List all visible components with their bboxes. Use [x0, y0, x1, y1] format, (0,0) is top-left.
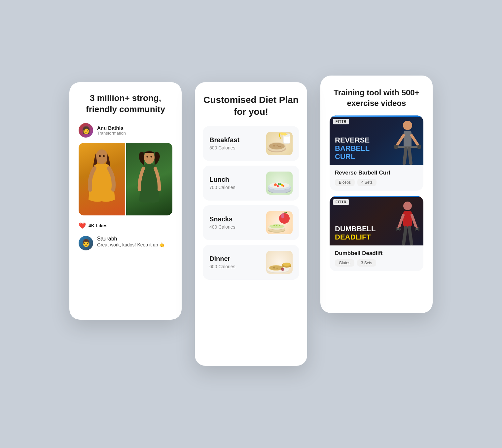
- snacks-image: [266, 211, 293, 234]
- svg-point-40: [281, 268, 284, 271]
- user1-avatar-icon: 👩: [82, 126, 90, 135]
- diet-title: Customised Diet Plan for you!: [203, 94, 299, 118]
- svg-line-52: [398, 215, 403, 229]
- community-title: 3 million+ strong, friendly community: [79, 93, 172, 115]
- svg-point-12: [276, 144, 278, 145]
- lunch-image: [266, 172, 293, 195]
- dinner-calories: 600 Calories: [209, 264, 235, 269]
- user2-comment-block: Saurabh Great work, kudos! Keep it up 🤙: [97, 236, 165, 248]
- muscle-tag-1: Biceps: [335, 179, 355, 186]
- lunch-info: Lunch 700 Calories: [209, 176, 235, 190]
- user1-row: 👩 Anu Bathla Transformation: [79, 123, 172, 138]
- svg-point-22: [282, 185, 284, 187]
- breakfast-info: Breakfast 500 Calories: [209, 136, 239, 150]
- svg-line-61: [409, 227, 412, 244]
- svg-rect-55: [396, 227, 397, 231]
- user2-avatar-icon: 👨: [82, 239, 90, 247]
- main-scene: 3 million+ strong, friendly community 👩 …: [69, 43, 433, 405]
- svg-point-18: [278, 183, 280, 185]
- svg-rect-59: [418, 227, 419, 231]
- lunch-card[interactable]: Lunch 700 Calories: [203, 166, 299, 201]
- before-silhouette: [85, 147, 118, 213]
- person-figure-2: [394, 199, 421, 245]
- svg-point-24: [281, 213, 284, 218]
- sets-tag-1: 4 Sets: [357, 179, 377, 186]
- likes-row: ❤️ 4K Likes: [79, 222, 172, 229]
- exercise-name-2: Dumbbell Deadlift: [335, 250, 418, 257]
- breakfast-image: [266, 132, 293, 155]
- user2-name: Saurabh: [97, 236, 165, 242]
- after-silhouette: [133, 147, 166, 213]
- snacks-calories: 400 Calories: [209, 224, 235, 230]
- svg-rect-46: [394, 145, 398, 149]
- lunch-calories: 700 Calories: [209, 185, 235, 190]
- breakfast-card[interactable]: Breakfast 500 Calories: [203, 126, 299, 161]
- training-card: Training tool with 500+ exercise videos …: [320, 76, 433, 313]
- svg-point-0: [96, 149, 108, 164]
- lunch-food-icon: [266, 172, 293, 195]
- exercise-tags-1: Biceps 4 Sets: [335, 179, 418, 186]
- user1-name: Anu Bathla: [97, 125, 126, 131]
- exercise-tags-2: Glutes 3 Sets: [335, 259, 418, 267]
- user2-avatar: 👨: [79, 236, 93, 250]
- svg-point-4: [146, 156, 148, 157]
- dinner-image: [266, 251, 293, 274]
- svg-point-11: [273, 145, 275, 146]
- svg-rect-45: [394, 146, 421, 148]
- dinner-info: Dinner 600 Calories: [209, 255, 235, 269]
- user2-comment: Great work, kudos! Keep it up 🤙: [97, 242, 165, 248]
- sets-tag-2: 3 Sets: [357, 259, 376, 267]
- svg-line-49: [409, 149, 411, 163]
- dinner-food-icon: [266, 251, 293, 274]
- svg-point-2: [103, 155, 105, 157]
- exercise-video-1: FITTR REVERSE BARBELL CURL: [330, 115, 423, 165]
- svg-line-48: [404, 149, 406, 163]
- dinner-name: Dinner: [209, 255, 235, 263]
- exercise-card-1[interactable]: FITTR REVERSE BARBELL CURL: [330, 115, 423, 191]
- svg-point-21: [280, 183, 282, 185]
- snacks-card[interactable]: Snacks 400 Calories: [203, 205, 299, 240]
- comment-row: 👨 Saurabh Great work, kudos! Keep it up …: [79, 236, 172, 250]
- svg-point-39: [283, 263, 291, 266]
- svg-rect-56: [399, 227, 400, 231]
- exercise-name-1: Reverse Barbell Curl: [335, 170, 418, 176]
- snacks-food-icon: [266, 211, 293, 234]
- exercise-details-1: Reverse Barbell Curl Biceps 4 Sets: [330, 165, 423, 191]
- svg-point-34: [269, 266, 283, 270]
- svg-line-53: [412, 215, 417, 229]
- svg-point-20: [277, 185, 279, 187]
- user1-subtitle: Transformation: [97, 131, 126, 136]
- exercise-details-2: Dumbbell Deadlift Glutes 3 Sets: [330, 245, 423, 271]
- svg-point-16: [269, 182, 289, 188]
- muscle-tag-2: Glutes: [335, 259, 354, 267]
- community-card: 3 million+ strong, friendly community 👩 …: [69, 82, 182, 320]
- svg-rect-58: [415, 227, 416, 231]
- svg-rect-51: [403, 211, 412, 227]
- svg-point-13: [278, 146, 281, 147]
- exercise-card-2[interactable]: FITTR DUMBBELL DEADLIFT: [330, 196, 423, 271]
- svg-point-29: [276, 225, 277, 226]
- heart-icon: ❤️: [79, 222, 86, 229]
- diet-card: Customised Diet Plan for you! Breakfast …: [195, 82, 307, 366]
- photo-before: [79, 143, 125, 215]
- svg-point-17: [274, 183, 277, 186]
- svg-point-35: [273, 267, 275, 269]
- likes-count: 4K Likes: [89, 223, 108, 228]
- person-figure-1: [394, 119, 421, 165]
- svg-rect-47: [417, 145, 421, 149]
- snacks-info: Snacks 400 Calories: [209, 215, 235, 230]
- breakfast-calories: 500 Calories: [209, 145, 239, 150]
- breakfast-food-icon: [266, 132, 293, 155]
- dinner-card[interactable]: Dinner 600 Calories: [203, 245, 299, 280]
- snacks-name: Snacks: [209, 215, 235, 223]
- user1-avatar: 👩: [79, 123, 93, 138]
- svg-point-1: [99, 155, 101, 157]
- exercise-video-2: FITTR DUMBBELL DEADLIFT: [330, 196, 423, 245]
- svg-point-30: [279, 225, 280, 226]
- training-title: Training tool with 500+ exercise videos: [330, 87, 423, 109]
- svg-point-41: [403, 121, 412, 130]
- breakfast-name: Breakfast: [209, 136, 239, 144]
- svg-point-23: [279, 213, 290, 224]
- user1-info: Anu Bathla Transformation: [97, 125, 126, 136]
- lunch-name: Lunch: [209, 176, 235, 183]
